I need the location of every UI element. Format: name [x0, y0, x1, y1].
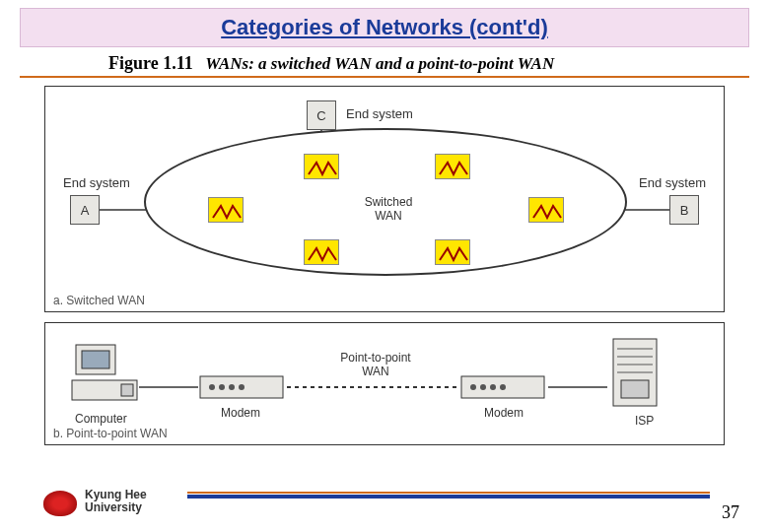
- svg-point-25: [480, 384, 486, 390]
- switch-node: [208, 197, 244, 223]
- university-line2: University: [85, 501, 147, 514]
- computer-label: Computer: [75, 412, 127, 426]
- figure-caption: WANs: a switched WAN and a point-to-poin…: [205, 54, 554, 73]
- diagram-b-caption: b. Point-to-point WAN: [53, 427, 168, 440]
- host-b-label: B: [680, 203, 689, 218]
- slide-title-band: Categories of Networks (cont'd): [20, 8, 749, 47]
- svg-point-21: [229, 384, 235, 390]
- modem-left-label: Modem: [221, 406, 260, 420]
- svg-rect-15: [82, 351, 109, 368]
- switch-node: [304, 154, 339, 179]
- computer-icon: [70, 341, 139, 414]
- modem-right-icon: [459, 370, 548, 409]
- svg-point-27: [500, 384, 506, 390]
- end-system-c: C: [307, 100, 336, 130]
- switch-node: [528, 197, 564, 223]
- figure-number: Figure 1.11: [108, 53, 193, 73]
- end-system-b: B: [669, 195, 699, 225]
- slide-title: Categories of Networks (cont'd): [221, 15, 548, 39]
- switched-wan-label: Switched WAN: [359, 195, 418, 223]
- end-system-label-c: End system: [346, 106, 413, 121]
- switch-node: [435, 154, 470, 179]
- university-logo-icon: [43, 491, 77, 516]
- figure-heading: Figure 1.11 WANs: a switched WAN and a p…: [20, 53, 749, 78]
- svg-point-19: [209, 384, 215, 390]
- modem-right-label: Modem: [484, 406, 524, 420]
- diagram-switched-wan: A End system B End system C End system S…: [44, 86, 725, 312]
- switch-node: [435, 239, 470, 265]
- end-system-label-a: End system: [63, 175, 130, 190]
- diagram-a-caption: a. Switched WAN: [53, 294, 145, 307]
- svg-rect-33: [621, 380, 649, 398]
- host-c-label: C: [316, 108, 325, 123]
- university-name: Kyung Hee University: [85, 489, 147, 514]
- svg-point-26: [490, 384, 496, 390]
- switched-wan-text: Switched WAN: [359, 195, 418, 223]
- isp-label: ISP: [635, 414, 654, 428]
- end-system-label-b: End system: [639, 175, 706, 190]
- point-to-point-label: Point-to-point WAN: [326, 351, 425, 378]
- slide-footer: Kyung Hee University 37: [0, 489, 769, 524]
- footer-divider: [187, 495, 710, 499]
- svg-point-24: [470, 384, 476, 390]
- svg-rect-17: [121, 384, 133, 396]
- svg-point-22: [239, 384, 245, 390]
- svg-point-20: [219, 384, 225, 390]
- switch-node: [304, 239, 339, 265]
- page-number: 37: [722, 502, 739, 523]
- diagram-point-to-point-wan: Computer Modem Point-to-point WAN Modem …: [44, 322, 725, 445]
- host-a-label: A: [81, 203, 90, 218]
- modem-left-icon: [198, 370, 287, 409]
- isp-server-icon: [607, 335, 666, 418]
- end-system-a: A: [70, 195, 100, 225]
